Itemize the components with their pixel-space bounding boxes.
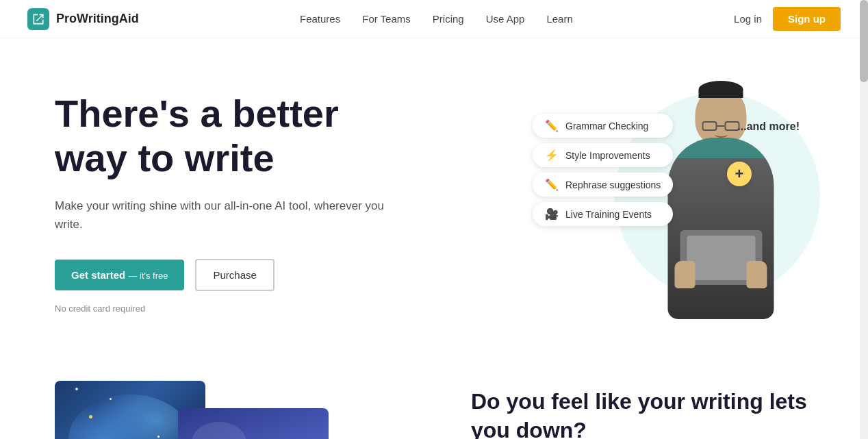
pill-training: 🎥 Live Training Events — [533, 202, 673, 226]
training-icon: 🎥 — [545, 208, 559, 221]
hero-subtitle: Make your writing shine with our all-in-… — [55, 197, 411, 234]
logo-text: ProWritingAid — [56, 12, 139, 26]
pill-rephrase: ✏️ Rephrase suggestions — [533, 173, 673, 197]
nav-for-teams[interactable]: For Teams — [362, 13, 411, 25]
front-image — [178, 408, 329, 439]
grammar-icon: ✏️ — [545, 119, 559, 132]
pill-grammar: ✏️ Grammar Checking — [533, 114, 673, 138]
no-credit-text: No credit card required — [55, 303, 411, 314]
nav-learn[interactable]: Learn — [546, 13, 572, 25]
logo-svg — [31, 12, 45, 26]
style-icon: ⚡ — [545, 149, 559, 162]
get-started-button[interactable]: Get started — it's free — [55, 260, 184, 290]
scrollbar[interactable] — [860, 0, 868, 439]
swirl-decoration — [68, 394, 192, 439]
hero-section: There's a better way to write Make your … — [0, 38, 868, 353]
section2-images: My idea in my head — [55, 381, 342, 439]
nav-pricing[interactable]: Pricing — [433, 13, 464, 25]
purchase-button[interactable]: Purchase — [195, 259, 274, 291]
hero-buttons: Get started — it's free Purchase — [55, 259, 411, 291]
person-body — [668, 138, 774, 319]
hero-illustration: ...and more! + ✏️ Grammar Checking ⚡ Sty… — [512, 79, 841, 326]
nav-use-app[interactable]: Use App — [486, 13, 525, 25]
scrollbar-thumb[interactable] — [860, 0, 868, 82]
nav-right: Log in Sign up — [734, 7, 841, 31]
plus-badge: + — [727, 162, 752, 186]
logo-icon — [27, 8, 49, 30]
and-more-label: ...and more! — [737, 121, 800, 133]
pill-style: ⚡ Style Improvements — [533, 143, 673, 167]
nav-features[interactable]: Features — [300, 13, 340, 25]
logo-link[interactable]: ProWritingAid — [27, 8, 139, 30]
nav-links: Features For Teams Pricing Use App Learn — [300, 13, 573, 25]
hero-content: There's a better way to write Make your … — [55, 92, 411, 313]
hero-title: There's a better way to write — [55, 92, 411, 180]
section2: My idea in my head Do you feel like your… — [0, 353, 868, 439]
section2-text: Do you feel like your writing lets you d… — [471, 381, 813, 439]
login-link[interactable]: Log in — [734, 13, 762, 25]
rephrase-icon: ✏️ — [545, 178, 559, 191]
section2-title: Do you feel like your writing lets you d… — [471, 388, 813, 439]
person-head — [695, 86, 747, 145]
navbar: ProWritingAid Features For Teams Pricing… — [0, 0, 868, 38]
signup-button[interactable]: Sign up — [773, 7, 841, 31]
feature-pills: ✏️ Grammar Checking ⚡ Style Improvements… — [533, 114, 673, 226]
